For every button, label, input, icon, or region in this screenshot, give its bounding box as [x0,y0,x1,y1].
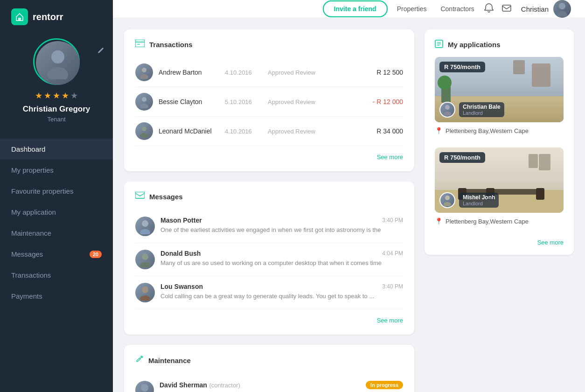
list-item[interactable]: R 750/month Christian Bale Landlord [435,57,564,139]
landlord-avatar-1 [439,102,455,118]
location-pin-icon-1: 📍 [435,127,443,134]
msg-header-2: Donald Bush 4:04 PM [160,250,403,257]
my-application-label: My application [11,208,56,216]
messages-card: Messages Mason Potter 3:40 PM One of the… [124,182,414,335]
landlord-name-2: Mishel Jonh [463,194,495,201]
applications-see-more[interactable]: See more [435,238,564,255]
msg-header-1: Mason Potter 3:40 PM [160,217,403,224]
transactions-label: Transactions [11,271,51,279]
mail-icon[interactable] [501,3,512,15]
txn-avatar-3 [135,122,153,140]
logo-text: rentorr [33,12,63,22]
property-image-1: R 750/month Christian Bale Landlord [435,57,564,122]
txn-status-2: Approved Review [268,98,360,105]
svg-point-4 [559,3,565,9]
profile-role: Tenant [47,116,65,123]
messages-see-more[interactable]: See more [135,316,403,324]
sidebar: rentorr ★ ★ ★ ★ ★ Christian Gregory Tena… [0,0,113,392]
messages-label: Messages [11,250,43,258]
txn-amount-3: R 34 000 [366,127,403,135]
msg-header-3: Lou Swanson 3:40 PM [160,283,403,290]
table-row: Leonard McDaniel 4.10.2016 Approved Revi… [135,117,403,146]
maintenance-card: Maintenance David Sherman (contractor) I… [124,345,414,392]
edit-profile-icon[interactable] [97,47,104,56]
topnav-contractors-link[interactable]: Contractors [440,5,474,13]
txn-date-1: 4.10.2016 [225,69,262,76]
msg-avatar-2 [135,250,155,269]
right-column: My applications R 750/month [425,29,574,392]
maintenance-label: Maintenance [11,229,51,237]
list-item[interactable]: Lou Swanson 3:40 PM Cold calling can be … [135,276,403,309]
messages-icon [135,192,145,202]
messages-badge: 20 [90,251,102,258]
msg-time-1: 3:40 PM [382,217,403,224]
sidebar-item-payments[interactable]: Payments [0,286,113,307]
maint-header-1: David Sherman (contractor) In progress [160,381,403,389]
sidebar-item-my-properties[interactable]: My properties [0,160,113,181]
msg-time-2: 4:04 PM [382,250,403,257]
svg-point-31 [444,202,451,206]
landlord-role-2: Landlord [463,201,495,206]
my-properties-label: My properties [11,166,54,174]
maint-name-1: David Sherman [160,381,207,389]
msg-preview-3: Cold calling can be a great way to gener… [160,292,403,301]
svg-point-13 [142,126,146,131]
topnav-avatar[interactable] [553,0,571,18]
property-landlord-2: Mishel Jonh Landlord [439,192,499,208]
topnav-username: Christian [521,5,549,13]
sidebar-item-dashboard[interactable]: Dashboard [0,139,113,160]
invite-friend-button[interactable]: Invite a friend [323,0,388,17]
list-item[interactable]: Mason Potter 3:40 PM One of the earliest… [135,210,403,243]
msg-name-2: Donald Bush [160,250,201,257]
list-item[interactable]: R 750/month Mishel Jonh Landlord [435,147,564,230]
avatar [36,41,80,85]
sidebar-item-my-application[interactable]: My application [0,202,113,223]
msg-name-1: Mason Potter [160,217,202,224]
topnav-properties-link[interactable]: Properties [397,5,427,13]
payments-label: Payments [11,292,42,300]
transactions-icon [135,40,145,49]
txn-status-3: Approved Review [268,128,360,135]
sidebar-item-messages[interactable]: Messages 20 [0,244,113,265]
profile-name: Christian Gregory [23,105,91,114]
svg-point-18 [142,253,148,260]
topnav: Invite a friend Properties Contractors C… [113,0,585,18]
sidebar-item-transactions[interactable]: Transactions [0,265,113,286]
location-text-2: Plettenberg Bay,Western Cape [446,218,529,225]
maint-contractor-label: (contractor) [209,382,240,389]
property-price-2: R 750/month [439,152,485,163]
svg-rect-6 [135,40,145,47]
transactions-title: Transactions [135,40,403,49]
list-item[interactable]: Donald Bush 4:04 PM Many of us are so us… [135,243,403,276]
maint-status-badge: In progress [366,381,403,389]
property-image-2: R 750/month Mishel Jonh Landlord [435,147,564,213]
favourite-properties-label: Favourite properties [11,187,73,195]
topnav-icons [484,3,512,15]
bell-icon[interactable] [484,3,494,15]
svg-point-20 [142,287,148,293]
dashboard-body: Transactions Andrew Barton 4.10.2016 App… [113,18,585,392]
maint-content-1: David Sherman (contractor) In progress A… [160,381,403,392]
property-landlord-1: Christian Bale Landlord [439,102,504,118]
svg-point-5 [557,11,567,17]
sidebar-navigation: Dashboard My properties Favourite proper… [0,139,113,307]
messages-title: Messages [135,192,403,202]
table-row: Andrew Barton 4.10.2016 Approved Review … [135,58,403,87]
profile-section: ★ ★ ★ ★ ★ Christian Gregory Tenant [0,34,113,134]
maint-name-area: David Sherman (contractor) [160,381,240,389]
svg-point-19 [140,262,150,267]
topnav-links: Properties Contractors [397,5,474,13]
msg-name-3: Lou Swanson [160,283,203,290]
msg-content-1: Mason Potter 3:40 PM One of the earliest… [160,217,403,234]
svg-point-28 [445,105,450,110]
property-location-1: 📍 Plettenberg Bay,Western Cape [435,127,564,139]
transactions-see-more[interactable]: See more [135,153,403,161]
star-2: ★ [44,91,51,101]
dashboard-label: Dashboard [11,145,45,153]
applications-card: My applications R 750/month [425,29,574,255]
sidebar-item-maintenance[interactable]: Maintenance [0,223,113,244]
logo: rentorr [0,0,113,34]
sidebar-item-favourite-properties[interactable]: Favourite properties [0,181,113,202]
svg-point-29 [444,112,451,116]
maint-avatar-1 [135,381,154,392]
